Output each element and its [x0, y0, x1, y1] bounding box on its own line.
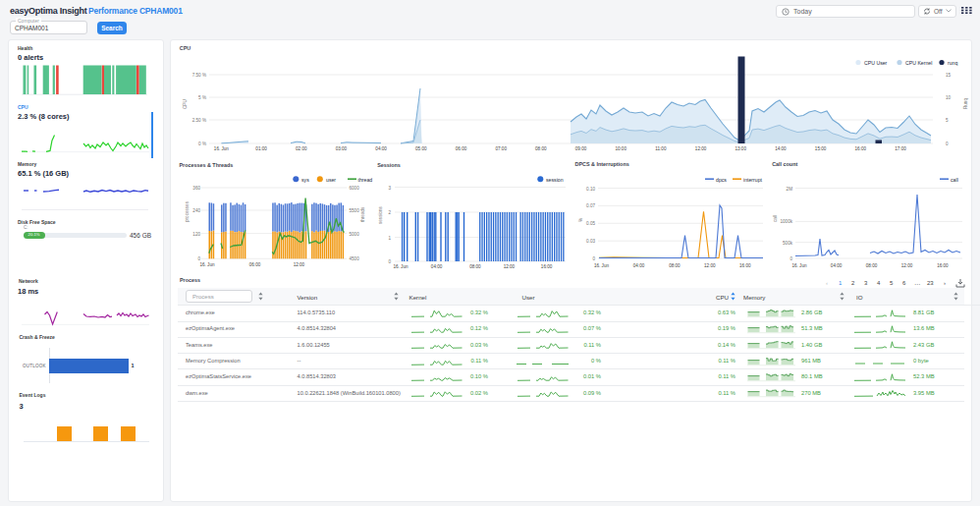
svg-text:CPU Kernel: CPU Kernel: [905, 60, 932, 66]
svg-text:Runq: Runq: [963, 98, 968, 109]
svg-text:0: 0: [946, 141, 949, 146]
svg-text:0: 0: [592, 256, 595, 261]
svg-text:12:00: 12:00: [695, 146, 707, 151]
svg-text:120: 120: [192, 232, 200, 237]
svg-text:12:00: 12:00: [294, 262, 305, 267]
svg-text:15: 15: [946, 73, 952, 78]
svg-text:06:00: 06:00: [456, 146, 467, 151]
svg-text:dpcs: dpcs: [716, 177, 727, 183]
svg-text:16. Jun: 16. Jun: [594, 263, 610, 268]
svg-text:04:00: 04:00: [375, 146, 387, 151]
svg-text:08:00: 08:00: [535, 146, 547, 151]
svg-text:08:00: 08:00: [469, 264, 481, 269]
svg-text:08:00: 08:00: [669, 263, 681, 268]
svg-text:0: 0: [789, 256, 792, 261]
svg-text:call: call: [773, 215, 778, 222]
svg-text:16:00: 16:00: [937, 263, 949, 268]
svg-text:06:00: 06:00: [249, 262, 261, 267]
svg-text:240: 240: [192, 208, 200, 213]
svg-text:5000: 5000: [350, 232, 360, 237]
svg-text:0.07: 0.07: [586, 203, 595, 208]
svg-text:500k: 500k: [783, 241, 793, 246]
svg-text:360: 360: [192, 186, 200, 191]
svg-text:0: 0: [388, 259, 391, 264]
svg-text:04:00: 04:00: [831, 263, 843, 268]
svg-text:11:00: 11:00: [655, 146, 667, 151]
svg-text:CPU: CPU: [180, 45, 191, 51]
svg-text:2.50 %: 2.50 %: [192, 118, 206, 123]
svg-text:4500: 4500: [350, 256, 360, 261]
svg-text:01:00: 01:00: [255, 146, 267, 151]
svg-text:07:00: 07:00: [495, 146, 507, 151]
svg-text:16. Jun: 16. Jun: [393, 264, 408, 269]
svg-text:runq: runq: [948, 60, 957, 66]
svg-text:5: 5: [946, 118, 949, 123]
svg-text:%: %: [578, 218, 583, 222]
svg-text:02:00: 02:00: [296, 146, 307, 151]
svg-text:sessions: sessions: [378, 205, 383, 224]
svg-text:03:00: 03:00: [336, 146, 348, 151]
svg-text:2: 2: [388, 210, 391, 215]
svg-text:14:00: 14:00: [775, 146, 787, 151]
svg-text:sys: sys: [301, 177, 309, 183]
svg-text:16. Jun: 16. Jun: [214, 146, 230, 151]
svg-text:08:00: 08:00: [866, 263, 878, 268]
svg-text:13:00: 13:00: [735, 146, 746, 151]
svg-text:12:00: 12:00: [504, 264, 516, 269]
svg-text:16. Jun: 16. Jun: [791, 263, 807, 268]
svg-text:1000k: 1000k: [780, 219, 792, 224]
svg-text:10:00: 10:00: [615, 146, 626, 151]
svg-text:15:00: 15:00: [815, 146, 827, 151]
svg-text:0.03: 0.03: [586, 239, 595, 244]
svg-text:09:00: 09:00: [575, 146, 587, 151]
svg-text:16:00: 16:00: [855, 146, 867, 151]
svg-text:12:00: 12:00: [704, 263, 716, 268]
svg-text:3: 3: [388, 186, 391, 191]
svg-text:processes: processes: [185, 200, 190, 222]
svg-text:5500: 5500: [350, 208, 360, 213]
svg-text:Sessions: Sessions: [377, 162, 401, 168]
svg-text:0.05: 0.05: [586, 221, 595, 226]
svg-text:0.10: 0.10: [586, 187, 595, 192]
svg-text:CPU: CPU: [183, 99, 188, 109]
svg-text:CPU User: CPU User: [864, 60, 888, 66]
svg-text:call: call: [951, 177, 958, 183]
svg-text:2M: 2M: [787, 187, 793, 192]
svg-text:1: 1: [388, 236, 391, 241]
svg-text:session: session: [546, 177, 564, 183]
svg-text:7.50 %: 7.50 %: [192, 73, 206, 78]
svg-text:user: user: [326, 177, 336, 183]
svg-text:04:00: 04:00: [431, 264, 443, 269]
svg-text:DPCS & Interruptions: DPCS & Interruptions: [575, 161, 629, 167]
svg-text:10: 10: [946, 95, 952, 100]
svg-text:Call count: Call count: [772, 161, 797, 167]
svg-text:interrupt: interrupt: [743, 177, 763, 183]
svg-text:Processes & Threads: Processes & Threads: [180, 162, 234, 168]
svg-text:16:00: 16:00: [541, 264, 553, 269]
svg-text:6000: 6000: [350, 186, 360, 191]
svg-text:05:00: 05:00: [415, 146, 427, 151]
svg-text:5 %: 5 %: [198, 95, 206, 100]
svg-text:thread: thread: [358, 177, 373, 183]
svg-text:0 %: 0 %: [198, 141, 206, 146]
svg-text:12:00: 12:00: [901, 263, 913, 268]
svg-text:threads: threads: [360, 206, 365, 222]
svg-text:16. Jun: 16. Jun: [199, 262, 215, 267]
svg-text:16:00: 16:00: [739, 263, 751, 268]
svg-text:04:00: 04:00: [633, 263, 645, 268]
svg-text:17:00: 17:00: [895, 146, 906, 151]
